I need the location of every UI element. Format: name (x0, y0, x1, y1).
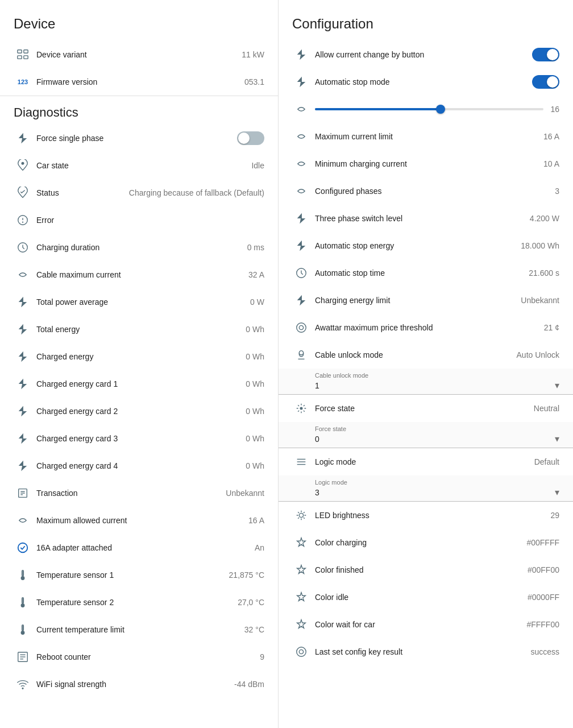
allow-current-change-icon (292, 48, 310, 61)
firmware-version-value: 053.1 (244, 77, 264, 86)
adapter-attached-label: 16A adapter attached (32, 543, 255, 552)
color-charging-label: Color charging (310, 538, 526, 547)
logic-mode-dropdown[interactable]: Logic mode 3 ▾ (279, 475, 573, 502)
logic-mode-label: Logic mode (310, 457, 534, 466)
charging-duration-icon (14, 241, 32, 254)
configured-phases-value: 3 (555, 187, 559, 196)
max-allowed-current-row: Maximum allowed current 16 A (0, 507, 278, 534)
force-state-row: Force state Neutral (279, 395, 573, 422)
auto-stop-mode-icon (292, 76, 310, 88)
temp-sensor2-icon (14, 596, 32, 609)
color-finished-row: Color finished #00FF00 (279, 556, 573, 584)
requested-current-row: 16 (279, 96, 573, 123)
three-phase-switch-value: 4.200 W (530, 214, 559, 223)
cable-unlock-mode-row: Cable unlock mode Auto Unlock (279, 341, 573, 369)
reboot-counter-label: Reboot counter (32, 652, 260, 661)
requested-current-slider[interactable] (310, 108, 550, 110)
logic-mode-value: Default (534, 457, 559, 466)
charging-duration-row: Charging duration 0 ms (0, 234, 278, 261)
temp-sensor1-value: 21,875 °C (229, 570, 264, 580)
car-state-icon (14, 159, 32, 172)
force-single-phase-label: Force single phase (32, 134, 237, 143)
slider-track (315, 108, 543, 110)
led-brightness-icon (292, 509, 310, 522)
three-phase-switch-row: Three phase switch level 4.200 W (279, 205, 573, 232)
svg-point-26 (297, 323, 306, 333)
total-energy-row: Total energy 0 Wh (0, 316, 278, 343)
last-config-key-row: Last set config key result success (279, 638, 573, 665)
svg-point-35 (299, 650, 303, 653)
firmware-version-row: 123 Firmware version 053.1 (0, 68, 278, 96)
allow-current-change-label: Allow current change by button (310, 50, 532, 59)
device-variant-label: Device variant (32, 50, 242, 59)
awattar-price-row: Awattar maximum price threshold 21 ¢ (279, 314, 573, 341)
firmware-version-label: Firmware version (32, 77, 244, 86)
cable-unlock-mode-label: Cable unlock mode (310, 350, 517, 359)
auto-stop-energy-row: Automatic stop energy 18.000 Wh (279, 232, 573, 259)
total-energy-label: Total energy (32, 325, 246, 334)
charged-energy-card2-row: Charged energy card 2 0 Wh (0, 398, 278, 425)
reboot-counter-icon (14, 651, 32, 663)
max-current-limit-icon (292, 130, 310, 143)
current-temp-limit-label: Current temperature limit (32, 625, 244, 634)
error-row: Error (0, 206, 278, 234)
logic-mode-row: Logic mode Default (279, 448, 573, 475)
device-icon (14, 48, 32, 61)
auto-stop-energy-value: 18.000 Wh (521, 241, 559, 250)
force-state-dropdown[interactable]: Force state 0 ▾ (279, 422, 573, 448)
charged-energy-card2-value: 0 Wh (246, 407, 264, 416)
total-power-label: Total power average (32, 297, 250, 307)
max-allowed-current-label: Maximum allowed current (32, 516, 248, 525)
color-wait-icon (292, 618, 310, 631)
min-charging-current-row: Minimum charging current 10 A (279, 150, 573, 177)
temp-sensor1-icon (14, 569, 32, 581)
diagnostics-title: Diagnostics (0, 96, 278, 125)
color-finished-label: Color finished (310, 565, 528, 574)
svg-point-16 (21, 604, 24, 607)
configured-phases-icon (292, 185, 310, 197)
logic-mode-icon (292, 456, 310, 468)
status-label: Status (32, 188, 129, 197)
force-single-phase-toggle[interactable] (237, 131, 264, 145)
charged-energy-card1-icon (14, 378, 32, 390)
force-state-label: Force state (310, 404, 534, 413)
allow-current-change-toggle[interactable] (532, 48, 559, 61)
transaction-icon (14, 487, 32, 499)
charged-energy-card1-label: Charged energy card 1 (32, 379, 246, 388)
max-allowed-current-value: 16 A (248, 516, 264, 525)
current-temp-limit-value: 32 °C (244, 625, 264, 634)
color-charging-icon (292, 536, 310, 549)
total-power-icon (14, 296, 32, 308)
cable-unlock-dropdown-label: Cable unlock mode (315, 372, 559, 379)
force-state-value: Neutral (534, 404, 559, 413)
cable-unlock-dropdown[interactable]: Cable unlock mode 1 ▾ (279, 369, 573, 395)
auto-stop-time-label: Automatic stop time (310, 268, 529, 278)
transaction-row: Transaction Unbekannt (0, 479, 278, 507)
temp-sensor1-row: Temperature sensor 1 21,875 °C (0, 561, 278, 589)
svg-point-13 (18, 543, 28, 553)
force-state-dropdown-label: Force state (315, 425, 559, 432)
auto-stop-energy-icon (292, 239, 310, 252)
charged-energy-card3-icon (14, 432, 32, 445)
app-container: Device Device variant 11 kW 123 Firmware… (0, 0, 573, 728)
force-state-icon (292, 402, 310, 415)
color-wait-value: #FFFF00 (526, 620, 559, 629)
three-phase-switch-label: Three phase switch level (310, 214, 530, 223)
slider-fill (315, 108, 441, 110)
charged-energy-card2-label: Charged energy card 2 (32, 407, 246, 416)
charged-energy-card2-icon (14, 405, 32, 417)
right-panel: Configuration Allow current change by bu… (279, 0, 573, 728)
auto-stop-mode-toggle[interactable] (532, 75, 559, 89)
temp-sensor2-value: 27,0 °C (238, 598, 264, 607)
logic-mode-dropdown-value: 3 (315, 488, 319, 497)
max-current-limit-row: Maximum current limit 16 A (279, 123, 573, 150)
color-idle-row: Color idle #0000FF (279, 584, 573, 611)
charged-energy-card3-value: 0 Wh (246, 434, 264, 443)
auto-stop-mode-row: Automatic stop mode (279, 68, 573, 96)
color-wait-row: Color wait for car #FFFF00 (279, 611, 573, 638)
adapter-attached-value: An (255, 543, 264, 552)
svg-point-33 (299, 513, 303, 517)
awattar-price-label: Awattar maximum price threshold (310, 323, 544, 332)
charged-energy-card4-label: Charged energy card 4 (32, 461, 246, 470)
charged-energy-card4-row: Charged energy card 4 0 Wh (0, 452, 278, 479)
